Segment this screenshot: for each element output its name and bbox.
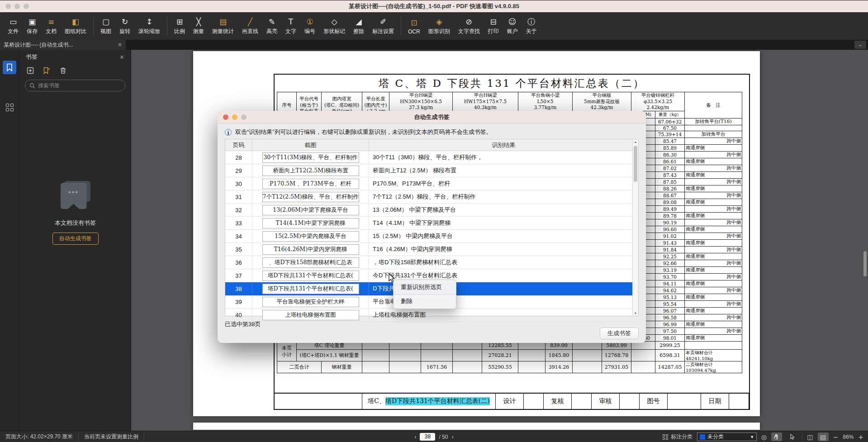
context-menu-item[interactable]: 重新识别所选页 bbox=[394, 281, 456, 293]
hand-tool-button[interactable] bbox=[771, 432, 782, 441]
toolbar-button-关于[interactable]: ⓘ关于 bbox=[522, 14, 541, 38]
recognition-row-35[interactable]: 35T16(4.26M)中梁内穿洞爬梯T16（4.26M）中梁内穿洞爬梯 bbox=[225, 243, 638, 256]
dialog-scrollbar[interactable]: ▲ ▼ bbox=[632, 139, 638, 316]
toolbar-button-OCR[interactable]: ⊡OCR bbox=[404, 14, 424, 38]
page-number-input[interactable]: 38 bbox=[420, 433, 435, 441]
vertical-scrollbar-thumb[interactable] bbox=[863, 251, 867, 276]
single-page-layout-icon[interactable]: ◫ bbox=[807, 433, 813, 441]
scroll-down-icon[interactable]: ▼ bbox=[633, 312, 638, 315]
empty-bookmark-icon: ••• bbox=[60, 181, 91, 209]
toolbar-button-编号[interactable]: ①编号 bbox=[300, 14, 319, 38]
zoom-in-icon[interactable]: + bbox=[858, 433, 863, 441]
toolbar-separator bbox=[401, 17, 401, 35]
toolbar-button-画直线[interactable]: ╱画直线 bbox=[238, 14, 262, 38]
registration-icon[interactable]: ◎ bbox=[761, 433, 767, 441]
title-block: 塔C、塔D下段共131个平台材料汇总表(二)设计复核审核图号日期 bbox=[275, 393, 749, 409]
toolbar-button-测量统计[interactable]: ▤测量统计 bbox=[208, 14, 238, 38]
recognition-row-28[interactable]: 2830个T11(3M)梯段、平台、栏杆制作30个T11（3M0）梯段、平台、栏… bbox=[225, 151, 638, 164]
prev-page-icon[interactable]: ‹ bbox=[414, 433, 416, 440]
title-block-blank bbox=[668, 394, 701, 409]
auto-generate-bookmarks-button[interactable]: 自动生成书签 bbox=[52, 233, 99, 245]
row-screenshot: 13(2.06M)中梁下爬梯及平台 bbox=[262, 205, 359, 215]
continuous-layout-icon[interactable]: ▤ bbox=[820, 433, 826, 441]
toolbar-button-高亮[interactable]: ✎高亮 bbox=[262, 14, 281, 38]
title-block-label-复核: 复核 bbox=[544, 394, 572, 409]
zoom-out-icon[interactable]: − bbox=[833, 433, 839, 441]
图形识别-icon: ◈ bbox=[436, 17, 442, 27]
window-close-button[interactable] bbox=[5, 4, 11, 9]
trash-icon[interactable] bbox=[60, 67, 66, 74]
row-recognition-result[interactable]: T16（4.26M）中梁内穿洞爬梯 bbox=[369, 243, 638, 256]
滚轮缩放-icon: ↕ bbox=[146, 17, 152, 27]
toolbar-button-旋转[interactable]: ↻旋转 bbox=[115, 14, 134, 38]
dialog-close-button[interactable] bbox=[223, 114, 228, 120]
row-recognition-result[interactable]: 13（2.06M） 中梁下爬梯及平台 bbox=[369, 204, 638, 216]
toolbar-button-保存[interactable]: ▣保存 bbox=[23, 14, 42, 38]
row-recognition-result[interactable]: 桥面向上T12（2.5M） 梯段布置 bbox=[369, 164, 638, 177]
col-header-page: 页码 bbox=[225, 139, 252, 151]
row-recognition-result[interactable]: ，塔D下段158部爬梯材料汇总表 bbox=[369, 256, 638, 269]
row-screenshot: P170.5M 、P173M平台、栏杆 bbox=[262, 179, 359, 189]
toolbar-button-文字查找[interactable]: ⊘文字查找 bbox=[454, 14, 484, 38]
search-icon bbox=[29, 83, 35, 89]
add-bookmark-icon[interactable] bbox=[27, 67, 34, 74]
toolbar-button-文字[interactable]: T文字 bbox=[281, 14, 300, 38]
测量统计-icon: ▤ bbox=[219, 17, 227, 27]
toolbar-button-视图[interactable]: ▢视图 bbox=[96, 14, 115, 38]
测量-icon: ╳ bbox=[196, 17, 201, 27]
pdf-sheet-title: 塔 C、塔 D 下段共 131 个平台材料汇总表（二） bbox=[274, 76, 750, 90]
recognition-row-40[interactable]: 40上塔柱电梯侧布置图上塔柱电梯侧布置图 bbox=[225, 309, 638, 322]
dialog-hint: i 双击“识别结果”列可以进行编辑，右键可以删除或重新识别，未识别到文本的页码将… bbox=[225, 128, 492, 136]
recognition-row-31[interactable]: 317个T12(2.5M)梯段、平台、栏杆制作7个T12（2.5M）梯段、平台、… bbox=[225, 190, 638, 204]
高亮-icon: ✎ bbox=[269, 17, 275, 27]
recognition-row-34[interactable]: 3415(2.5M)中梁内爬梯及平台15（2.5M） 中梁内爬梯及平台 bbox=[225, 230, 638, 243]
bookmarks-panel-button[interactable] bbox=[3, 61, 16, 74]
selection-status-text: 已选中第38页 bbox=[225, 320, 261, 328]
document-tab-label: 某桥设计图---- (自动生成书... bbox=[4, 40, 73, 50]
toolbar-button-擦除[interactable]: ◢擦除 bbox=[349, 14, 368, 38]
title-block-label-审核: 审核 bbox=[592, 394, 620, 409]
category-dropdown[interactable]: 未分类 ▼ bbox=[697, 432, 757, 441]
row-recognition-result[interactable]: 7个T12（2.5M）梯段、平台、栏杆制作 bbox=[369, 190, 638, 203]
toolbar-button-图纸对比[interactable]: ◧图纸对比 bbox=[61, 14, 90, 38]
tab-overflow-button[interactable]: ⌄ bbox=[854, 41, 866, 49]
select-tool-button[interactable] bbox=[787, 432, 797, 441]
bookmark-search-input[interactable]: 搜索书签 bbox=[25, 80, 125, 91]
row-recognition-result[interactable]: T14（4.1M） 中梁下穿洞爬梯 bbox=[369, 217, 638, 229]
recognition-row-29[interactable]: 29桥面向上T12(2.5M)梯段布置桥面向上T12（2.5M） 梯段布置 bbox=[225, 164, 638, 177]
next-page-icon[interactable]: › bbox=[452, 433, 454, 440]
recognition-row-32[interactable]: 3213(2.06M)中梁下爬梯及平台13（2.06M） 中梁下爬梯及平台 bbox=[225, 204, 638, 217]
auto-bookmark-icon[interactable] bbox=[43, 67, 51, 74]
empty-state-text: 本文档没有书签 bbox=[19, 219, 131, 227]
context-menu-item[interactable]: 删除 bbox=[394, 295, 456, 307]
编号-icon: ① bbox=[306, 17, 313, 27]
row-recognition-result[interactable]: P170.5M、P173M平台、栏杆 bbox=[369, 177, 638, 190]
dialog-minimize-button[interactable] bbox=[232, 114, 237, 120]
recognition-row-36[interactable]: 36、塔D下段158部爬梯材料汇总表，塔D下段158部爬梯材料汇总表 bbox=[225, 256, 638, 269]
scroll-up-icon[interactable]: ▲ bbox=[633, 140, 638, 143]
toolbar-button-文件[interactable]: ▭文件 bbox=[4, 14, 23, 38]
window-minimize-button[interactable] bbox=[14, 4, 20, 9]
toolbar-button-测量[interactable]: ╳测量 bbox=[189, 14, 208, 38]
generate-bookmarks-button[interactable]: 生成书签 bbox=[600, 328, 639, 339]
thumbnails-panel-button[interactable] bbox=[3, 100, 16, 114]
toolbar-button-图形识别[interactable]: ◈图形识别 bbox=[424, 14, 454, 38]
window-zoom-button[interactable] bbox=[24, 4, 29, 9]
toolbar-button-打印[interactable]: ⊟打印 bbox=[484, 14, 503, 38]
recognition-row-30[interactable]: 30P170.5M 、P173M平台、栏杆P170.5M、P173M平台、栏杆 bbox=[225, 177, 638, 190]
toolbar-button-文档[interactable]: ≡文档 bbox=[42, 14, 61, 38]
dialog-scrollbar-thumb[interactable] bbox=[634, 146, 637, 182]
tab-close-icon[interactable]: ✕ bbox=[118, 40, 122, 50]
recognition-row-33[interactable]: 33T14(4.1M)中梁下穿洞爬梯T14（4.1M） 中梁下穿洞爬梯 bbox=[225, 217, 638, 230]
toolbar-button-账户[interactable]: ☺账户 bbox=[503, 14, 522, 38]
row-recognition-result[interactable]: 15（2.5M） 中梁内爬梯及平台 bbox=[369, 230, 638, 242]
toolbar: ▭文件▣保存≡文档◧图纸对比▢视图↻旋转↕滚轮缩放⊞比例╳测量▤测量统计╱画直线… bbox=[0, 12, 868, 40]
toolbar-button-比例[interactable]: ⊞比例 bbox=[170, 14, 189, 38]
toolbar-button-滚轮缩放[interactable]: ↕滚轮缩放 bbox=[134, 14, 164, 38]
toolbar-button-标注设置[interactable]: ✐标注设置 bbox=[368, 14, 398, 38]
row-recognition-result[interactable]: 30个T11（3M0）梯段、平台、栏杆制作， bbox=[369, 151, 638, 164]
toolbar-button-形状标记[interactable]: ◇形状标记 bbox=[319, 14, 349, 38]
panel-close-icon[interactable]: ✕ bbox=[119, 54, 124, 61]
document-tab[interactable]: 某桥设计图---- (自动生成书... ✕ bbox=[0, 40, 126, 50]
row-recognition-result[interactable]: 上塔柱电梯侧布置图 bbox=[369, 309, 638, 321]
